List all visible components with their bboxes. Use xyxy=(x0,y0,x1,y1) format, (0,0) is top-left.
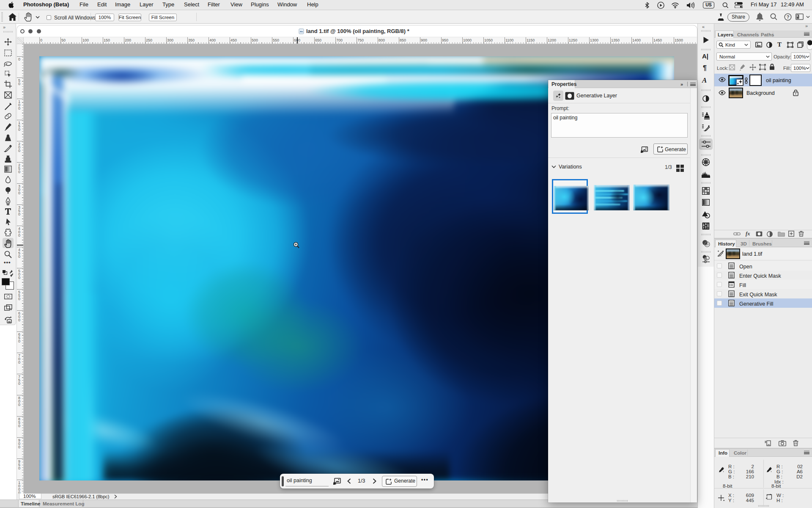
svg-text:?: ? xyxy=(787,14,790,19)
